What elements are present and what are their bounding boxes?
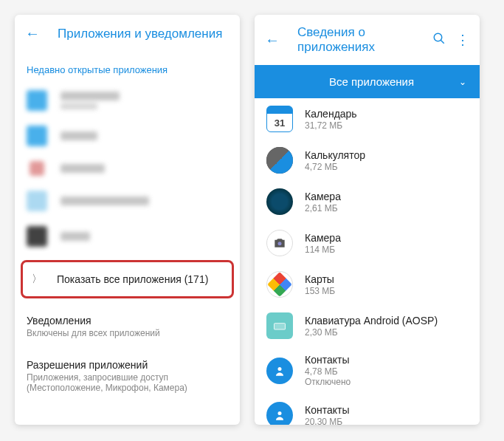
- app-name: Карты: [305, 273, 335, 285]
- contacts1-icon: [266, 358, 293, 384]
- screen-title: Приложения и уведомления: [58, 27, 229, 41]
- app-name: Камера: [305, 232, 341, 244]
- app-name: Калькулятор: [305, 149, 365, 161]
- recent-app-row[interactable]: [27, 183, 228, 219]
- recent-app-row[interactable]: [27, 118, 228, 154]
- app-size: 153 МБ: [305, 286, 335, 296]
- maps-icon: [266, 271, 293, 298]
- app-list: 31Календарь31,72 МБКалькулятор4,72 МБКам…: [255, 98, 480, 425]
- svg-point-6: [278, 411, 282, 415]
- app-size: 20,30 МБ: [305, 417, 349, 425]
- svg-rect-3: [275, 324, 286, 329]
- setting-title: Уведомления: [27, 315, 228, 327]
- app-name: Контакты: [305, 354, 351, 366]
- screen-title: Сведения о приложениях: [297, 25, 422, 55]
- app-row[interactable]: Контакты4,78 МБОтключено: [255, 346, 480, 394]
- filter-dropdown[interactable]: Все приложения ⌄: [255, 65, 480, 98]
- app-size: 4,72 МБ: [305, 162, 365, 172]
- calendar-icon: 31: [266, 106, 293, 132]
- app-size: 4,78 МБ: [305, 366, 351, 377]
- app-size: 2,30 МБ: [305, 327, 438, 338]
- chevron-right-icon: 〉: [32, 273, 42, 286]
- setting-sub: Приложения, запросившие доступ (Местопол…: [27, 372, 228, 393]
- apps-notifications-screen: ← Приложения и уведомления Недавно откры…: [15, 15, 240, 425]
- recent-apps-list: [15, 83, 240, 254]
- camera2-icon: [266, 230, 293, 256]
- camera1-icon: [266, 188, 293, 215]
- app-size: 2,61 МБ: [305, 203, 341, 213]
- calc-icon: [266, 147, 293, 174]
- recent-app-row[interactable]: [27, 83, 228, 118]
- svg-point-2: [278, 242, 282, 245]
- app-name: Контакты: [305, 404, 349, 416]
- show-all-label: Показать все приложения (171): [57, 273, 208, 285]
- svg-line-1: [441, 40, 444, 44]
- app-row[interactable]: Контакты20,30 МБ: [255, 394, 480, 425]
- show-all-apps-button[interactable]: 〉 Показать все приложения (171): [21, 260, 234, 298]
- more-menu-icon[interactable]: ⋮: [456, 32, 469, 48]
- app-name: Камера: [305, 191, 341, 202]
- app-row[interactable]: 31Календарь31,72 МБ: [255, 98, 480, 140]
- svg-point-0: [434, 33, 442, 41]
- app-info-screen: ← Сведения о приложениях ⋮ Все приложени…: [255, 15, 480, 425]
- keyboard-icon: [266, 312, 293, 339]
- app-size: 114 МБ: [305, 245, 341, 255]
- setting-title: Разрешения приложений: [27, 359, 228, 371]
- recent-app-row[interactable]: [27, 219, 228, 254]
- app-row[interactable]: Клавиатура Android (AOSP)2,30 МБ: [255, 305, 480, 346]
- setting-sub: Включены для всех приложений: [27, 328, 228, 338]
- recent-apps-label: Недавно открытые приложения: [15, 52, 240, 83]
- recent-app-row[interactable]: [27, 154, 228, 183]
- app-name: Клавиатура Android (AOSP): [305, 315, 438, 327]
- header: ← Приложения и уведомления: [15, 15, 240, 52]
- app-name: Календарь: [305, 108, 357, 120]
- chevron-down-icon: ⌄: [459, 77, 466, 87]
- app-row[interactable]: Камера114 МБ: [255, 222, 480, 264]
- app-row[interactable]: Калькулятор4,72 МБ: [255, 140, 480, 181]
- filter-label: Все приложения: [268, 75, 459, 88]
- app-row[interactable]: Карты153 МБ: [255, 264, 480, 305]
- contacts2-icon: [266, 402, 293, 425]
- notifications-setting[interactable]: Уведомления Включены для всех приложений: [15, 304, 240, 349]
- app-status: Отключено: [305, 377, 351, 387]
- back-arrow-icon[interactable]: ←: [25, 25, 40, 42]
- app-size: 31,72 МБ: [305, 120, 357, 131]
- header: ← Сведения о приложениях ⋮: [255, 15, 480, 65]
- app-row[interactable]: Камера2,61 МБ: [255, 181, 480, 222]
- search-icon[interactable]: [432, 32, 446, 49]
- back-arrow-icon[interactable]: ←: [265, 32, 280, 49]
- svg-point-5: [278, 367, 282, 371]
- permissions-setting[interactable]: Разрешения приложений Приложения, запрос…: [15, 349, 240, 403]
